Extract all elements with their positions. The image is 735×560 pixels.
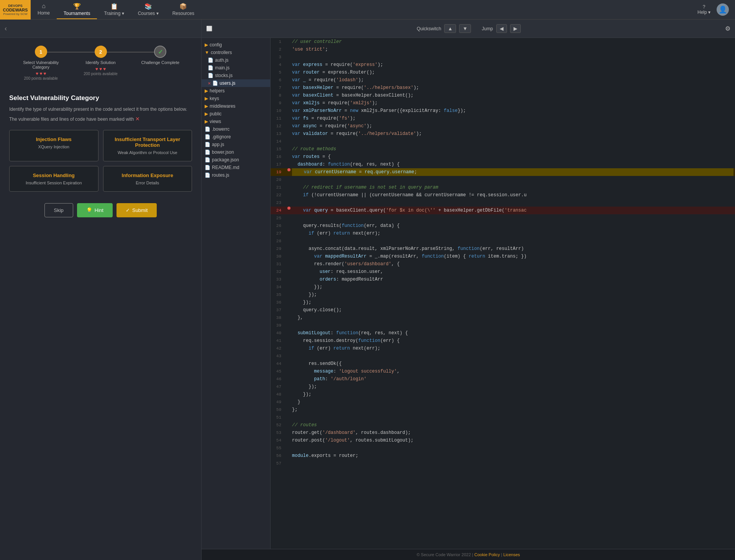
step-2-hearts: ♥ ♥ ♥ [95, 66, 106, 72]
quickswitch-down[interactable]: ▼ [459, 24, 471, 33]
code-line-18: 19 var currentUsername = req.query.usern… [271, 168, 735, 176]
settings-button[interactable]: ⚙ [725, 25, 730, 32]
help-button[interactable]: ? Help ▾ [697, 4, 710, 15]
code-line-39: 40 submitLogout: function(req, res, next… [271, 329, 735, 337]
code-line-8: 8 var basexClient = basexHelper.basexCli… [271, 92, 735, 99]
challenge-desc2: The vulnerable files and lines of code h… [9, 115, 192, 123]
tree-users-label: users.js [220, 80, 235, 86]
code-line-20: 21 // redirect if username is not set in… [271, 184, 735, 191]
tree-routes-js[interactable]: 📄 routes.js [202, 171, 270, 179]
nav-item-training[interactable]: 📋 Training ▾ [97, 0, 131, 19]
steps-row: 1 Select VulnerabilityCategory ♥ ♥ ♥ 200… [11, 46, 190, 80]
jump-left[interactable]: ◀ [496, 24, 507, 33]
challenge-desc-text: Identify the type of vulnerability prese… [9, 107, 187, 112]
submit-button[interactable]: ✓ Submit [116, 203, 157, 217]
code-line-4: 4 var express = require('express'); [271, 61, 735, 69]
tree-views[interactable]: ▶ views [202, 118, 270, 125]
licenses-link[interactable]: Licenses [503, 552, 520, 557]
main-layout: ‹ 1 Select VulnerabilityCategory ♥ ♥ ♥ 2… [0, 20, 735, 560]
code-line-7: 7 var basexHelper = require('../helpers/… [271, 84, 735, 92]
code-line-24: 25 [271, 214, 735, 222]
code-line-50: 51 [271, 414, 735, 421]
tree-keys[interactable]: ▶ keys [202, 95, 270, 102]
tree-helpers[interactable]: ▶ helpers [202, 87, 270, 95]
step-2-points: 200 points available [84, 72, 117, 76]
training-icon: 📋 [110, 3, 118, 10]
step-2-number: 2 [99, 49, 102, 55]
right-panel: ⬜ Quickswitch ▲ ▼ Jump ◀ ▶ ⚙ ▶ config [202, 20, 735, 560]
code-line-46: 47 }); [271, 383, 735, 391]
folder-icon-controllers: ▼ [205, 50, 209, 55]
tree-stocks-js[interactable]: 📄 stocks.js [202, 72, 270, 79]
code-line-40: 41 req.session.destroy(function(err) { [271, 337, 735, 345]
code-line-31: 32 user: req.session.user, [271, 268, 735, 276]
code-line-52: 53 router.get('/dashboard', routes.dashb… [271, 429, 735, 437]
option-info-title: Information Exposure [108, 172, 187, 178]
tree-middlewares[interactable]: ▶ middlewares [202, 102, 270, 110]
code-line-14: 14 [271, 138, 735, 145]
tree-users-js[interactable]: ✕ 📄 users.js [202, 79, 270, 87]
jump-right[interactable]: ▶ [510, 24, 521, 33]
cookie-policy-link[interactable]: Cookie Policy [474, 552, 500, 557]
nav-items: ⌂ Home 🏆 Tournaments 📋 Training ▾ 📚 Cour… [31, 0, 697, 19]
option-session-handling[interactable]: Session Handling Insufficient Session Ex… [9, 166, 98, 192]
code-editor[interactable]: 1 // user controller 2 'use strict'; 3 4 [271, 38, 735, 549]
code-line-26: 27 if (err) return next(err); [271, 230, 735, 237]
tree-routes-label: routes.js [212, 172, 229, 178]
step-1-label: Select VulnerabilityCategory [23, 60, 59, 69]
option-info-exposure[interactable]: Information Exposure Error Details [103, 166, 192, 192]
step-1-circle: 1 [35, 46, 47, 58]
expand-button[interactable]: ⬜ [206, 26, 212, 31]
code-line-34: 35 }); [271, 291, 735, 299]
tree-readme[interactable]: 📄 README.md [202, 164, 270, 171]
folder-icon-helpers: ▶ [205, 88, 208, 94]
tree-public[interactable]: ▶ public [202, 110, 270, 118]
tree-main-js[interactable]: 📄 main.js [202, 64, 270, 72]
hint-label: Hint [95, 207, 103, 213]
nav-label-courses: Courses ▾ [138, 11, 159, 16]
code-line-53: 54 router.post('/logout', routes.submitL… [271, 437, 735, 444]
tree-bowerrc[interactable]: 📄 .bowerrc [202, 125, 270, 133]
back-button[interactable]: ‹ [5, 25, 7, 33]
tree-app-js[interactable]: 📄 app.js [202, 141, 270, 148]
progress-section: 1 Select VulnerabilityCategory ♥ ♥ ♥ 200… [0, 38, 201, 94]
user-avatar[interactable]: 👤 [717, 3, 729, 16]
step-3-label: Challenge Complete [141, 60, 179, 65]
hint-button[interactable]: 💡 Hint [77, 203, 113, 217]
tree-package-json[interactable]: 📄 package.json [202, 156, 270, 164]
tree-config[interactable]: ▶ config [202, 41, 270, 49]
logo-sub: Powered by SCW [3, 12, 27, 16]
toolbar-left: ⬜ [206, 26, 212, 31]
logo-brand: CODEWARS [3, 8, 28, 12]
code-line-3: 3 [271, 53, 735, 61]
nav-item-home[interactable]: ⌂ Home [31, 0, 57, 19]
tree-auth-js[interactable]: 📄 auth.js [202, 56, 270, 64]
nav-item-tournaments[interactable]: 🏆 Tournaments [57, 0, 97, 19]
code-line-51: 52 // routes [271, 421, 735, 429]
code-line-45: 46 path: '/auth/login' [271, 375, 735, 383]
file-icon-main: 📄 [208, 65, 213, 71]
option-transport-layer[interactable]: Insufficient Transport Layer Protection … [103, 130, 192, 161]
heart-3: ♥ [43, 71, 46, 76]
tree-views-label: views [210, 119, 221, 124]
code-line-2: 2 'use strict'; [271, 46, 735, 53]
quickswitch-up[interactable]: ▲ [444, 24, 456, 33]
option-injection-title: Injection Flaws [14, 136, 94, 142]
nav-item-courses[interactable]: 📚 Courses ▾ [131, 0, 166, 19]
file-icon-gitignore: 📄 [205, 134, 210, 140]
tree-gitignore[interactable]: 📄 .gitignore [202, 133, 270, 141]
courses-icon: 📚 [144, 3, 152, 10]
tree-controllers[interactable]: ▼ controllers [202, 49, 270, 56]
skip-button[interactable]: Skip [44, 203, 73, 217]
code-line-29: 30 var mappedResultArr = _.map(resultArr… [271, 253, 735, 260]
app-logo[interactable]: DEVOPS CODEWARS Powered by SCW [0, 0, 31, 20]
option-transport-sub: Weak Algorithm or Protocol Use [108, 150, 187, 155]
code-line-22: 23 [271, 199, 735, 207]
tree-bower-json[interactable]: 📄 bower.json [202, 148, 270, 156]
tree-config-label: config [210, 42, 222, 48]
tree-bower-label: bower.json [212, 149, 234, 155]
logo-top: DEVOPS [8, 4, 23, 8]
nav-item-resources[interactable]: 📦 Resources [166, 0, 201, 19]
option-injection-flaws[interactable]: Injection Flaws XQuery Injection [9, 130, 98, 161]
file-icon-bowerrc: 📄 [205, 126, 210, 132]
